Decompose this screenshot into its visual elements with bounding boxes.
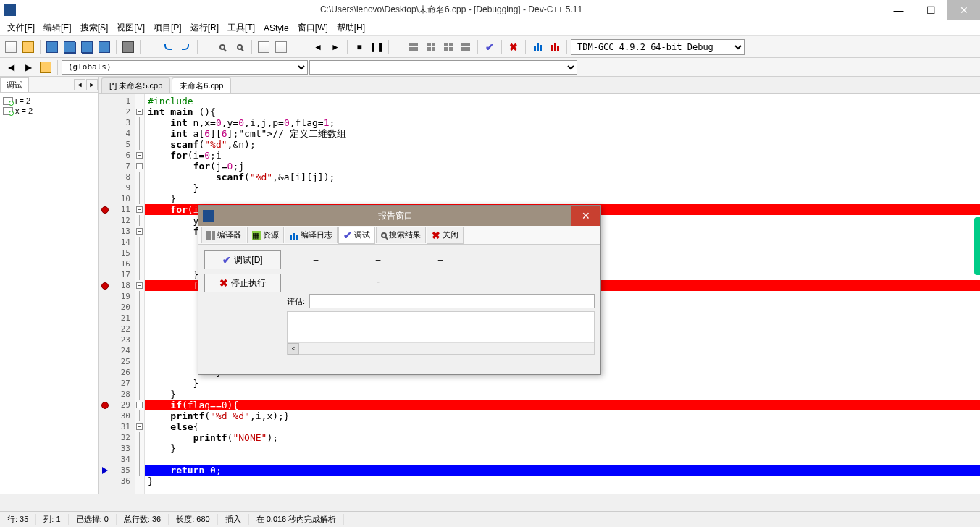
status-sel: 已选择: 0 [69,514,117,525]
menu-window[interactable]: 窗口[W] [293,20,332,35]
separator [293,40,293,54]
tab-compile-log[interactable]: 编译日志 [285,227,338,243]
dialog-close-button[interactable]: ✕ [571,206,600,226]
menu-edit[interactable]: 编辑[E] [39,20,76,35]
menu-file[interactable]: 文件[F] [3,20,39,35]
compiler-select[interactable]: TDM-GCC 4.9.2 64-bit Debug [571,39,745,55]
dialog-row: –- [287,272,595,291]
status-bar: 行: 35 列: 1 已选择: 0 总行数: 36 长度: 680 插入 在 0… [0,511,980,527]
eval-label: 评估: [287,296,305,307]
watch-item[interactable]: i = 2 [3,96,95,106]
compile-button[interactable]: ✔ [482,39,498,55]
goto-left-button[interactable]: ◀ [3,59,19,75]
line-number-gutter: 1234567891011121314151617181920212223242… [112,94,135,494]
tab-next-button[interactable]: ► [86,79,98,90]
separator [525,40,526,54]
file-tab-active[interactable]: 未命名6.cpp [172,77,231,93]
report-dialog: 报告窗口 ✕ 编译器 ▦资源 编译日志 ✔调试 搜索结果 ✖关闭 ✔调试[D] … [198,205,601,375]
dialog-row: ––– [287,250,595,269]
profile-button[interactable] [529,39,545,55]
minimize-button[interactable]: — [882,0,915,20]
status-col: 列: 1 [36,514,68,525]
menu-search[interactable]: 搜索[S] [76,20,113,35]
tile4-button[interactable] [458,39,474,55]
tab-search-results[interactable]: 搜索结果 [376,227,426,243]
tab-debug[interactable]: ✔调试 [338,227,375,244]
find-button[interactable] [214,39,230,55]
window-title: C:\Users\lenovo\Desktop\未命名6.cpp - [Debu… [20,4,882,16]
forward-button[interactable]: ► [327,39,343,55]
left-panel: 调试 ◄ ► i = 2 x = 2 [0,77,99,494]
tab-resource[interactable]: ▦资源 [247,227,284,243]
status-parse: 在 0.016 秒内完成解析 [249,514,345,525]
tile2-button[interactable] [423,39,439,55]
menu-astyle[interactable]: AStyle [259,22,293,35]
tile3-button[interactable] [440,39,456,55]
status-mode: 插入 [218,514,249,525]
separator [57,60,58,75]
resource-icon: ▦ [252,231,261,240]
watch-list[interactable]: i = 2 x = 2 [0,93,98,119]
member-combo[interactable] [309,60,577,75]
menu-help[interactable]: 帮助[H] [332,20,369,35]
goto-right-button[interactable]: ▶ [20,59,36,75]
menu-run[interactable]: 运行[R] [186,20,223,35]
tab-prev-button[interactable]: ◄ [74,79,85,90]
scope-toolbar: ◀ ▶ (globals) [0,58,980,77]
result-list[interactable]: < [287,311,595,355]
back-button[interactable]: ◄ [310,39,326,55]
check-icon: ✔ [343,229,352,241]
watch-item[interactable]: x = 2 [3,106,95,116]
title-bar: C:\Users\lenovo\Desktop\未命名6.cpp - [Debu… [0,0,980,20]
bookmark-button[interactable] [273,39,289,55]
replace-button[interactable] [232,39,248,55]
close-button[interactable]: ✕ [947,0,980,20]
scope-combo[interactable]: (globals) [62,60,308,75]
x-icon: ✖ [432,229,440,241]
tab-close[interactable]: ✖关闭 [427,227,464,244]
dialog-grid: ––– –- 评估: < [287,250,595,368]
separator [477,40,478,54]
menu-tools[interactable]: 工具[T] [223,20,259,35]
scroll-left-button[interactable]: < [288,343,299,355]
menu-project[interactable]: 项目[P] [149,20,186,35]
debug-button[interactable]: ✔调试[D] [204,250,281,269]
horizontal-scrollbar[interactable]: < [288,342,594,354]
dialog-title: 报告窗口 [219,210,571,222]
print-button[interactable] [120,39,136,55]
stop-button[interactable]: ■ [351,39,367,55]
saveall2-button[interactable] [79,39,95,55]
tab-compiler[interactable]: 编译器 [201,227,246,243]
new-button[interactable] [3,39,19,55]
stop-execution-button[interactable]: ✖停止执行 [204,274,281,292]
saveall-button[interactable] [62,39,78,55]
grid-icon [206,231,215,240]
close-file-button[interactable] [96,39,112,55]
separator [197,40,198,54]
status-total: 总行数: 36 [117,514,169,525]
app-icon [4,4,16,16]
menu-bar: 文件[F] 编辑[E] 搜索[S] 视图[V] 项目[P] 运行[R] 工具[T… [0,20,980,36]
fold-column[interactable]: −−−−−−−− [135,94,145,494]
search-icon [381,232,387,238]
save-button[interactable] [44,39,60,55]
undo-button[interactable] [160,39,176,55]
profile2-button[interactable] [547,39,563,55]
menu-view[interactable]: 视图[V] [112,20,149,35]
abort-button[interactable]: ✖ [506,39,522,55]
breakpoint-column[interactable] [99,94,112,494]
debug-tab[interactable]: 调试 [0,77,29,92]
tile-button[interactable] [406,39,422,55]
status-line: 行: 35 [0,514,36,525]
maximize-button[interactable]: ☐ [915,0,947,20]
bookmark2-button[interactable] [38,59,54,75]
goto-button[interactable] [256,39,272,55]
pause-button[interactable]: ❚❚ [369,39,385,55]
separator [116,40,117,54]
x-icon: ✖ [219,277,228,289]
file-tab[interactable]: [*] 未命名5.cpp [101,77,170,93]
dialog-title-bar[interactable]: 报告窗口 ✕ [198,206,600,226]
eval-input[interactable] [309,294,595,308]
redo-button[interactable] [177,39,193,55]
open-button[interactable] [20,39,36,55]
